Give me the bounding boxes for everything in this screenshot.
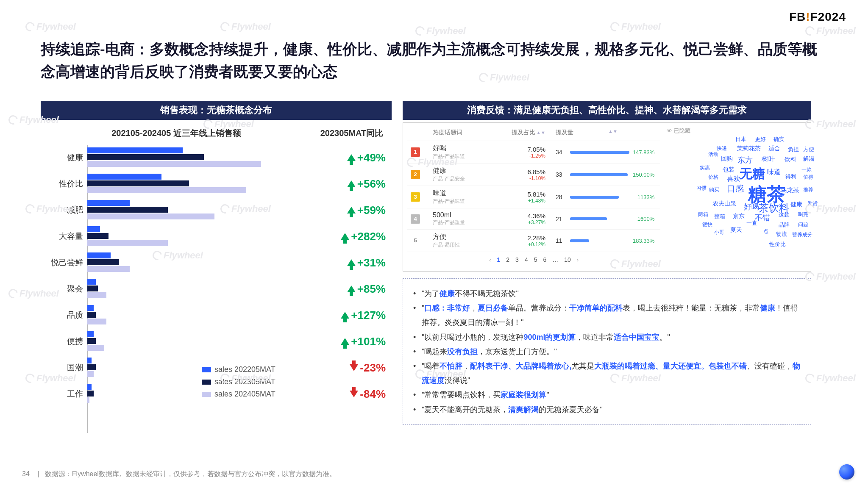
cloud-word[interactable]: 东方 [737,155,753,165]
yoy-delta: +127% [341,309,386,322]
th-count[interactable]: 提及量▲▼ [545,129,657,136]
chart-row: 性价比+56% [41,171,392,197]
cloud-word[interactable]: 更好 [755,136,766,143]
cloud-word[interactable]: 方便 [803,146,814,153]
cloud-word[interactable]: 茉莉花茶 [737,145,761,152]
bar-b3 [87,397,89,403]
topic-row[interactable]: 2健康产品-产品安全6.85%-1.10%33150.00% [407,164,660,186]
pager-page[interactable]: 3 [515,256,519,263]
cloud-word[interactable]: 这款 [779,211,790,219]
yoy-delta: +85% [347,283,386,296]
watermark: Flywheel [220,21,271,32]
cloud-word[interactable]: 日本 [735,136,746,143]
topic-pct: 4.36%+3.27% [505,212,545,225]
yoy-delta: +101% [341,335,386,348]
col-yoy-header: 202305MAT同比 [312,128,392,139]
cloud-word[interactable]: 京东 [733,213,745,220]
pager[interactable]: ‹ 123456…10› [407,256,660,263]
cloud-word[interactable]: 小哥 [714,229,724,236]
cloud-word[interactable]: 两箱 [698,211,708,218]
cloud-word[interactable]: 物流 [776,230,787,238]
cloud-word[interactable]: 一款 [801,166,812,173]
cloud-word[interactable]: 问题 [798,221,808,228]
bar-group [87,171,308,197]
bar-group [87,329,308,354]
pager-page[interactable]: 5 [534,256,537,263]
cloud-word[interactable]: 营养成分 [792,231,812,238]
cloud-word[interactable]: 值得 [803,174,813,181]
topic-bar: 11183.33% [545,237,657,244]
quote-text: 单品。营养成分： [508,304,569,312]
cloud-word[interactable]: 不错 [755,213,770,223]
pager-page[interactable]: 4 [525,256,528,263]
category-label: 大容量 [41,231,87,242]
cloud-word[interactable]: 包装 [723,166,734,174]
quote-item: "常常需要喝点饮料，买家庭装很划算" [413,388,801,402]
cloud-word[interactable]: 确实 [773,136,785,143]
cloud-word[interactable]: 无糖 [740,165,765,183]
cloud-word[interactable]: 购买 [709,186,719,194]
left-panel-header: 销售表现：无糖茶概念分布 [41,101,392,120]
pager-prev-icon[interactable]: ‹ [489,257,491,263]
cloud-word[interactable]: 推荐 [803,186,813,194]
quote-text: 不得不喝无糖茶饮" [455,289,518,298]
category-label: 悦己尝鲜 [41,257,87,268]
cloud-word[interactable]: 农夫山泉 [712,200,736,208]
quote-text: 没得说" [445,376,470,385]
topic-row[interactable]: 3味道产品-产品味道5.81%+1.48%281133% [407,186,660,208]
pager-page[interactable]: 6 [543,256,546,263]
arrow-up-icon [347,259,356,266]
cloud-word[interactable]: 回购 [721,155,733,163]
topic-row[interactable]: 1好喝产品-产品味道7.05%-1.25%34147.83% [407,141,660,164]
cloud-word[interactable]: 习惯 [696,185,707,192]
cloud-word[interactable]: 快递 [717,145,727,152]
rank-badge: 5 [411,236,420,245]
cloud-word[interactable]: 喝完 [798,211,808,218]
cloud-word[interactable]: 夏天 [730,226,742,234]
cloud-word[interactable]: 树叶 [762,155,775,164]
watermark: Flywheel [805,373,856,384]
bar-b2 [87,259,119,265]
th-pct[interactable]: 提及占比▲▼ [505,129,545,136]
topic-row[interactable]: 5方便产品-易用性2.28%+0.12%11183.33% [407,230,660,252]
bar-b2 [87,180,189,186]
cloud-word[interactable]: 饮料 [785,156,796,164]
cloud-word[interactable]: 口感 [727,183,744,194]
yoy-delta: -84% [350,388,386,401]
eye-off-icon: 👁 [667,128,672,134]
quote-item: "夏天不能离开的无糖茶，清爽解渴的无糖茶夏天必备" [413,402,801,417]
event-brand: FB!F2024 [789,10,846,24]
cloud-word[interactable]: 性价比 [769,241,786,248]
cloud-word[interactable]: 好喝 [744,202,759,212]
bar-b2 [87,312,96,318]
cloud-word[interactable]: 得利 [785,173,796,180]
th-word[interactable]: 热度话题词 [433,129,505,136]
cloud-word[interactable]: 解渴 [803,155,814,163]
cloud-word[interactable]: 发货 [807,200,818,207]
cloud-word[interactable]: 实惠 [700,164,710,172]
cloud-word[interactable]: 味道 [767,168,781,177]
pager-next-icon[interactable]: › [577,257,579,263]
cloud-word[interactable]: 乌龙茶 [780,186,799,194]
cloud-word[interactable]: 负担 [788,146,799,153]
cloud-word[interactable]: 价格 [708,174,718,181]
topic-word: 500ml产品-产品重量 [433,211,505,226]
bar-b2 [87,154,204,160]
cloud-word[interactable]: 很快 [702,221,712,228]
quote-text: "常常需要喝点饮料，买 [422,391,501,399]
pager-page[interactable]: 1 [497,256,500,263]
arrow-up-icon [347,207,356,214]
pager-page[interactable]: 10 [564,256,571,263]
cloud-word[interactable]: 健康 [790,201,802,208]
cloud-word[interactable]: 喜欢 [727,175,740,183]
quote-highlight: 健康 [760,304,775,312]
cloud-word[interactable]: 整箱 [714,213,725,220]
pager-page[interactable]: … [552,256,558,263]
cloud-word[interactable]: 一点 [758,228,768,235]
topic-row[interactable]: 4500ml产品-产品重量4.36%+3.27%211600% [407,208,660,230]
quote-item: "为了健康不得不喝无糖茶饮" [413,286,801,301]
pager-page[interactable]: 2 [506,256,509,263]
cloud-hidden-label[interactable]: 👁已隐藏 [667,127,807,135]
cloud-word[interactable]: 适合 [768,145,780,152]
cloud-word[interactable]: 品牌 [779,221,790,229]
